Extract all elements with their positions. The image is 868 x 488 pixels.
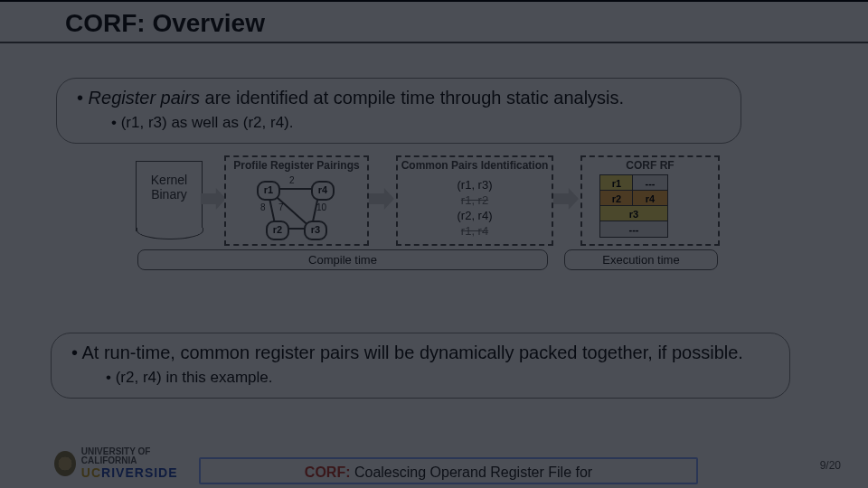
graph-node: r4 bbox=[311, 181, 335, 201]
graph-node: r3 bbox=[304, 221, 327, 240]
pipeline-diagram: Kernel Binary Profile Register Pairings … bbox=[136, 155, 732, 282]
kernel-binary-box: Kernel Binary bbox=[136, 161, 203, 231]
common-pairs-box: Common Pairs Identification (r1, r3) r1,… bbox=[396, 155, 553, 246]
page-title: CORF: Overview bbox=[65, 9, 265, 38]
graph-node: r2 bbox=[266, 221, 289, 240]
arrow-icon bbox=[201, 188, 226, 210]
corf-rf-box: CORF RF r1--- r2r4 r3 --- bbox=[580, 155, 720, 246]
profile-pairings-box: Profile Register Pairings r1 r4 r2 r3 2 … bbox=[224, 155, 369, 246]
bullet-block-2: At run-time, common register pairs will … bbox=[51, 333, 790, 399]
seal-icon bbox=[54, 451, 76, 476]
graph-node: r1 bbox=[257, 181, 280, 201]
arrow-icon bbox=[369, 188, 394, 210]
page-number: 9/20 bbox=[820, 459, 841, 472]
ucr-logo: UNIVERSITY OF CALIFORNIA UCRIVERSIDE bbox=[54, 450, 190, 477]
footer-title: CORF: Coalescing Operand Register File f… bbox=[199, 457, 698, 484]
bullet-2-sub: (r2, r4) in this example. bbox=[106, 369, 769, 387]
bullet-block-1: Register pairs are identified at compile… bbox=[56, 78, 741, 144]
compile-time-label: Compile time bbox=[137, 249, 548, 270]
bullet-2-main: At run-time, common register pairs will … bbox=[71, 343, 769, 363]
execution-time-label: Execution time bbox=[564, 249, 718, 270]
bullet-1-sub: (r1, r3) as well as (r2, r4). bbox=[111, 114, 721, 132]
pairing-graph: r1 r4 r2 r3 2 8 7 10 bbox=[226, 172, 367, 240]
bullet-1-main: Register pairs are identified at compile… bbox=[77, 88, 721, 108]
arrow-icon bbox=[553, 188, 579, 210]
